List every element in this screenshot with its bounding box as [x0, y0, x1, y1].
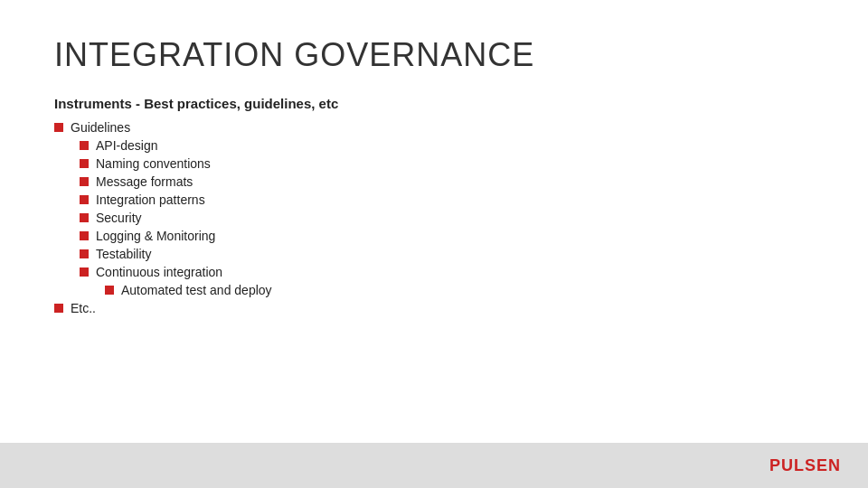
bullet-icon — [80, 267, 89, 277]
bullet-icon — [80, 213, 89, 222]
list-item: Automated test and deploy — [54, 283, 814, 297]
footer-bar: PULSEN — [0, 443, 868, 488]
item-label: Guidelines — [71, 120, 130, 135]
list-item: API-design — [54, 138, 814, 153]
list-item: Naming conventions — [54, 156, 814, 171]
list-item: Etc.. — [54, 301, 814, 315]
main-content: INTEGRATION GOVERNANCE Instruments - Bes… — [0, 0, 868, 443]
bullet-icon — [80, 159, 89, 168]
item-label: Message formats — [96, 174, 193, 189]
item-label: Integration patterns — [96, 192, 205, 207]
item-label: Logging & Monitoring — [96, 229, 215, 243]
bullet-icon — [80, 177, 89, 186]
bullet-icon — [80, 195, 89, 204]
list-item: Continuous integration — [54, 265, 814, 279]
bullet-icon — [80, 249, 89, 258]
logo: PULSEN — [769, 456, 841, 475]
slide-title: INTEGRATION GOVERNANCE — [54, 36, 814, 74]
list-item: Message formats — [54, 174, 814, 189]
slide-subtitle: Instruments - Best practices, guidelines… — [54, 96, 814, 111]
list-item: Integration patterns — [54, 192, 814, 207]
item-label: Automated test and deploy — [121, 283, 272, 297]
list-item: Guidelines — [54, 120, 814, 135]
bullet-icon — [105, 286, 114, 295]
item-label: Naming conventions — [96, 156, 211, 171]
item-label: API-design — [96, 138, 157, 153]
bullet-icon — [80, 231, 89, 240]
item-label: Testability — [96, 247, 151, 261]
list-item: Logging & Monitoring — [54, 229, 814, 243]
list-item: Security — [54, 211, 814, 225]
item-label: Security — [96, 211, 142, 225]
bullet-icon — [54, 123, 63, 132]
item-label: Continuous integration — [96, 265, 222, 279]
bullet-icon — [80, 141, 89, 150]
slide: INTEGRATION GOVERNANCE Instruments - Bes… — [0, 0, 868, 488]
list-item: Testability — [54, 247, 814, 261]
bullet-icon — [54, 304, 63, 313]
item-label: Etc.. — [71, 301, 96, 315]
